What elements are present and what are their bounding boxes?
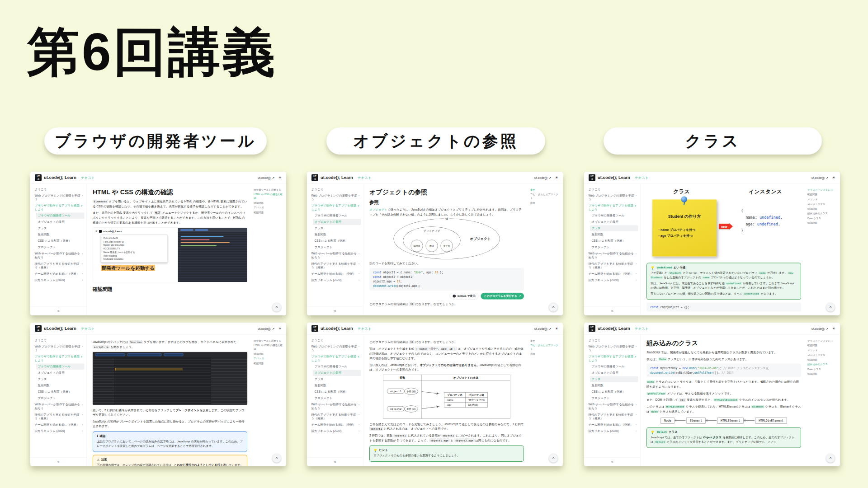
run-program-button[interactable]: このプログラムを実行する↗: [481, 293, 524, 300]
sidebar-item[interactable]: Web プログラミングの基礎を学ぼう›: [587, 192, 638, 202]
light-mode-toggle-icon[interactable]: ☀: [832, 175, 835, 180]
toc-link[interactable]: コピーされたオブジェクト: [530, 192, 561, 200]
sidebar-item[interactable]: Web プログラミングの基礎を学ぼう›: [587, 343, 638, 353]
toc-link[interactable]: デバッガ: [254, 357, 284, 360]
sidebar-item[interactable]: ようこそ: [33, 337, 85, 343]
nav-text-link[interactable]: テキスト: [635, 175, 649, 180]
github-view-button[interactable]: GitHub で表示: [450, 293, 479, 300]
toc-link[interactable]: Date クラス: [807, 367, 838, 371]
nav-text-link[interactable]: テキスト: [635, 326, 649, 331]
toc-link[interactable]: HTML や CSS の構造の確認: [254, 343, 284, 351]
sidebar-collapse-button[interactable]: «: [307, 306, 363, 315]
sidebar-item[interactable]: クラス: [590, 376, 638, 382]
toc-link[interactable]: 参照: [530, 188, 561, 192]
sidebar-item[interactable]: 旧カリキュラム (2020)›: [310, 428, 361, 434]
sidebar-item[interactable]: CSS による配置（発展）: [36, 389, 85, 395]
sidebar-item[interactable]: チーム開発を始める前に（発展）›: [587, 271, 638, 277]
sidebar-item[interactable]: オブジェクトの参照: [313, 370, 361, 376]
sidebar-item[interactable]: ようこそ: [587, 337, 638, 343]
sidebar-item[interactable]: チーム開発を始める前に（発展）›: [33, 422, 85, 427]
sidebar-item[interactable]: 無名関数: [313, 383, 361, 389]
sidebar-item[interactable]: ブラウザの開発者ツール: [36, 213, 85, 219]
sidebar-item[interactable]: Web サーバーが動作する仕組みを知ろう›: [33, 401, 85, 411]
sidebar-item[interactable]: ようこそ: [310, 186, 361, 192]
toc-link[interactable]: クラスとインスタンス: [807, 188, 838, 192]
external-site-link[interactable]: ut.code(); ↗: [258, 176, 274, 179]
sidebar-item[interactable]: オブジェクトの参照: [313, 219, 361, 225]
sidebar-item[interactable]: 無名関数: [590, 232, 638, 238]
sidebar-item[interactable]: プロジェクト: [36, 395, 85, 401]
sidebar-item[interactable]: チーム開発を始める前に（発展）›: [587, 422, 638, 427]
sidebar-item[interactable]: オブジェクトの参照: [36, 219, 85, 225]
site-brand-link[interactable]: ut.code(); Learn: [598, 175, 630, 180]
sidebar-item[interactable]: Web プログラミングの基礎を学ぼう›: [33, 192, 85, 202]
light-mode-toggle-icon[interactable]: ☀: [278, 326, 282, 331]
sidebar-item[interactable]: Web サーバーが動作する仕組みを知ろう›: [587, 401, 638, 411]
sidebar-item[interactable]: 無名関数: [590, 383, 638, 389]
sidebar-item[interactable]: 無名関数: [36, 232, 85, 238]
external-site-link[interactable]: ut.code(); ↗: [534, 176, 551, 179]
sidebar-item[interactable]: 現代のアプリを支える技術を学ぼう（発展）›: [587, 261, 638, 271]
external-site-link[interactable]: ut.code(); ↗: [811, 327, 828, 330]
toc-link[interactable]: コンストラクタ: [807, 353, 838, 357]
sidebar-item[interactable]: プロジェクト: [313, 395, 361, 401]
light-mode-toggle-icon[interactable]: ☀: [555, 175, 558, 180]
sidebar-item[interactable]: 現代のアプリを支える技術を学ぼう（発展）›: [33, 261, 85, 271]
scroll-top-button[interactable]: ^: [272, 303, 281, 312]
site-brand-link[interactable]: ut.code(); Learn: [44, 175, 76, 180]
sidebar-collapse-button[interactable]: «: [584, 457, 641, 466]
toc-link[interactable]: 開発者ツールを起動する: [254, 188, 284, 192]
sidebar-item[interactable]: ブラウザで動作するアプリを構築しよう∨: [33, 202, 85, 212]
sidebar-item[interactable]: ブラウザで動作するアプリを構築しよう∨: [33, 353, 85, 363]
sidebar-item[interactable]: オブジェクトの参照: [590, 219, 638, 225]
sidebar-item[interactable]: 旧カリキュラム (2020)›: [33, 277, 85, 283]
sidebar-item[interactable]: オブジェクトの参照: [36, 370, 85, 376]
sidebar-item[interactable]: プロジェクト: [590, 395, 638, 401]
sidebar-item[interactable]: 旧カリキュラム (2020)›: [310, 277, 361, 283]
sidebar-item[interactable]: プロジェクト: [313, 244, 361, 250]
toc-link[interactable]: メソッド: [807, 348, 838, 352]
sidebar-item[interactable]: ブラウザの開発者ツール: [590, 364, 638, 370]
toc-link[interactable]: 確認問題: [807, 221, 838, 225]
toc-link[interactable]: 演習: [530, 201, 561, 205]
external-site-link[interactable]: ut.code(); ↗: [534, 327, 551, 330]
toc-link[interactable]: 確認問題: [807, 207, 838, 211]
sidebar-item[interactable]: 無名関数: [36, 383, 85, 389]
scroll-top-button[interactable]: ^: [826, 303, 835, 312]
sidebar-item[interactable]: クラス: [313, 225, 361, 231]
sidebar-collapse-button[interactable]: «: [584, 306, 641, 315]
nav-text-link[interactable]: テキスト: [81, 326, 95, 331]
external-site-link[interactable]: ut.code(); ↗: [258, 327, 274, 330]
sidebar-item[interactable]: 現代のアプリを支える技術を学ぼう（発展）›: [310, 261, 361, 271]
toc-link[interactable]: 参照: [530, 339, 561, 343]
toc-link[interactable]: コピーされたオブジェクト: [530, 343, 561, 351]
sidebar-item[interactable]: CSS による配置（発展）: [36, 238, 85, 244]
sidebar-item[interactable]: ようこそ: [33, 186, 85, 192]
toc-link[interactable]: 演習: [530, 352, 561, 356]
sidebar-item[interactable]: 旧カリキュラム (2020)›: [587, 428, 638, 434]
nav-text-link[interactable]: テキスト: [358, 326, 372, 331]
sidebar-item[interactable]: Web サーバーが動作する仕組みを知ろう›: [33, 250, 85, 260]
sidebar-collapse-button[interactable]: «: [307, 457, 363, 466]
scroll-top-button[interactable]: ^: [549, 303, 558, 312]
sidebar-item[interactable]: ブラウザで動作するアプリを構築しよう∨: [310, 353, 361, 363]
sidebar-item[interactable]: Web プログラミングの基礎を学ぼう›: [310, 192, 361, 202]
toc-link[interactable]: Date クラス: [807, 216, 838, 220]
toc-link[interactable]: デバッガ: [254, 206, 284, 209]
toc-link[interactable]: 開発者ツールを起動する: [254, 339, 284, 343]
toc-link[interactable]: 確認問題: [807, 343, 838, 347]
external-site-link[interactable]: ut.code(); ↗: [811, 176, 828, 179]
light-mode-toggle-icon[interactable]: ☀: [278, 175, 282, 180]
scroll-top-button[interactable]: ^: [549, 454, 558, 463]
toc-link[interactable]: メソッド: [807, 197, 838, 201]
toc-link[interactable]: 確認問題: [807, 192, 838, 196]
nav-text-link[interactable]: テキスト: [358, 175, 372, 180]
sidebar-item[interactable]: CSS による配置（発展）: [313, 238, 361, 244]
toc-link[interactable]: 確認問題: [254, 352, 284, 356]
sidebar-item[interactable]: チーム開発を始める前に（発展）›: [33, 271, 85, 277]
toc-link[interactable]: コンストラクタ: [807, 202, 838, 206]
sidebar-item[interactable]: 現代のアプリを支える技術を学ぼう（発展）›: [310, 412, 361, 422]
sidebar-item[interactable]: 無名関数: [313, 232, 361, 238]
sidebar-item[interactable]: Web サーバーが動作する仕組みを知ろう›: [310, 401, 361, 411]
sidebar-item[interactable]: クラス: [36, 225, 85, 231]
